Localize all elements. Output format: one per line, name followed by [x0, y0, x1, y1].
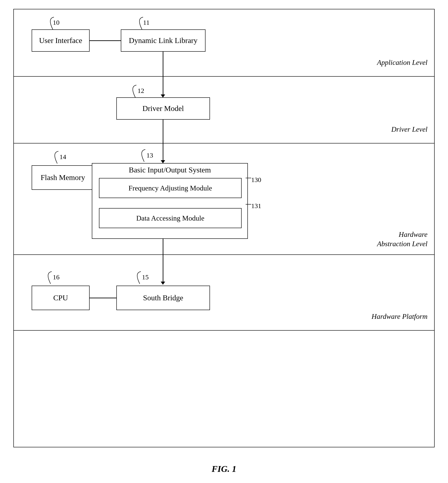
- ref-10: 10: [53, 19, 59, 26]
- flash-memory-box: Flash Memory: [32, 165, 94, 190]
- dll-to-driver-arrow: [161, 95, 165, 98]
- diagram-container: Application Level User Interface Dynamic…: [13, 9, 435, 447]
- hw-platform-level-line: [14, 330, 434, 331]
- freq-module-box: Frequency Adjusting Module: [99, 178, 242, 198]
- user-interface-box: User Interface: [32, 29, 90, 52]
- hal-level-line: [14, 254, 434, 255]
- dll-box: Dynamic Link Library: [121, 29, 206, 52]
- ref-15: 15: [142, 273, 149, 281]
- ref-14: 14: [59, 153, 66, 161]
- hal-level-label: HardwareAbstraction Level: [377, 230, 427, 248]
- figure-caption: FIG. 1: [212, 464, 236, 474]
- driver-level-label: Driver Level: [391, 125, 427, 134]
- ref-130: 130: [251, 176, 261, 183]
- ref-16: 16: [53, 273, 59, 281]
- hw-platform-label: Hardware Platform: [372, 312, 427, 321]
- driver-level-line: [14, 143, 434, 143]
- cpu-to-sb-line: [90, 298, 116, 298]
- driver-model-box: Driver Model: [116, 97, 210, 120]
- ref-131: 131: [251, 202, 261, 210]
- bios-to-sb-line: [163, 239, 163, 282]
- driver-to-bios-line: [163, 120, 163, 161]
- data-module-box: Data Accessing Module: [99, 208, 242, 228]
- application-level-line: [14, 76, 434, 77]
- ui-to-dll-line: [90, 40, 121, 41]
- south-bridge-box: South Bridge: [116, 286, 210, 310]
- driver-to-bios-arrow: [161, 160, 165, 163]
- dll-to-driver-line: [163, 52, 163, 95]
- ref-12: 12: [137, 87, 144, 95]
- ref-13: 13: [146, 151, 153, 159]
- cpu-box: CPU: [32, 286, 90, 310]
- ref-11: 11: [143, 19, 150, 26]
- bios-label: Basic Input/Output System: [92, 166, 248, 174]
- bios-to-sb-arrow: [161, 282, 165, 285]
- bios-outer-box: Basic Input/Output System Frequency Adju…: [92, 163, 248, 239]
- application-level-label: Application Level: [377, 58, 427, 67]
